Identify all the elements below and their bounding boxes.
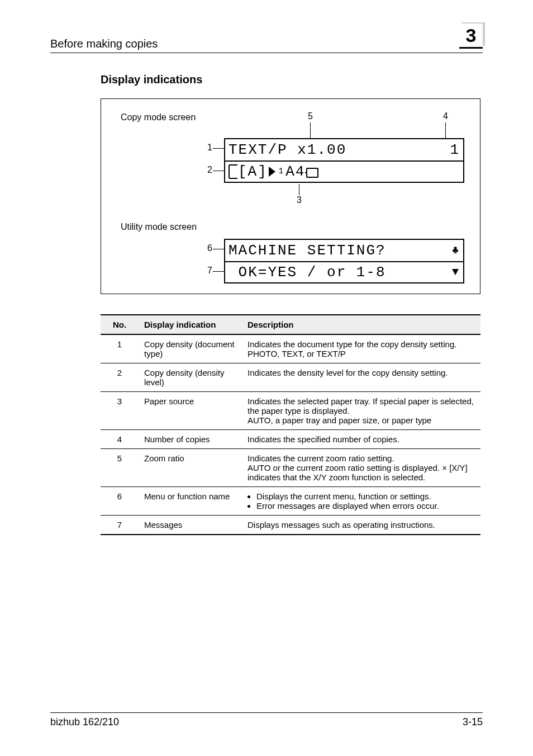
scroll-up-icon: ♣ — [452, 245, 460, 256]
th-no: No. — [101, 315, 139, 334]
callout-2: 2 — [207, 165, 212, 175]
lcd-row7-left: OK=YES / or 1-8 — [229, 264, 386, 281]
cell-indication: Menu or function name — [139, 487, 242, 516]
callout-7: 7 — [207, 266, 212, 276]
lcd-row-7: OK=YES / or 1-8 ▼ — [224, 261, 464, 284]
cell-description: Displays messages such as operating inst… — [242, 516, 480, 535]
cell-no: 7 — [101, 516, 139, 535]
list-item: Displays the current menu, function or s… — [256, 492, 475, 501]
cell-no: 6 — [101, 487, 139, 516]
cell-indication: Number of copies — [139, 430, 242, 449]
cell-indication: Zoom ratio — [139, 449, 242, 487]
cell-description: Indicates the current zoom ratio setting… — [242, 449, 480, 487]
utility-mode-label: Utility mode screen — [121, 222, 197, 232]
lcd-row-1: TEXT/P x1.00 1 — [224, 138, 464, 160]
tray-number: 1 — [279, 167, 284, 176]
footer-page: 3-15 — [463, 716, 483, 728]
table-row: 1 Copy density (document type) Indicates… — [101, 334, 480, 363]
cell-no: 5 — [101, 449, 139, 487]
cell-indication: Paper source — [139, 392, 242, 430]
list-item: Error messages are displayed when errors… — [256, 501, 475, 511]
scroll-down-icon: ▼ — [452, 267, 460, 278]
callout-6: 6 — [207, 243, 212, 253]
th-indication: Display indication — [139, 315, 242, 334]
callout-4: 4 — [443, 111, 448, 121]
cell-description: Displays the current menu, function or s… — [242, 487, 480, 516]
cell-indication: Copy density (density level) — [139, 363, 242, 392]
callout-5: 5 — [308, 111, 313, 121]
lcd-row1-right: 1 — [450, 141, 460, 158]
orientation-icon — [306, 168, 318, 178]
cell-no: 2 — [101, 363, 139, 392]
section-heading: Display indications — [101, 73, 483, 86]
cell-no: 1 — [101, 334, 139, 363]
cell-description: Indicates the density level for the copy… — [242, 363, 480, 392]
cell-indication: Messages — [139, 516, 242, 535]
table-row: 2 Copy density (density level) Indicates… — [101, 363, 480, 392]
display-figure: Copy mode screen Utility mode screen 5 4… — [101, 98, 480, 294]
density-icon — [229, 164, 237, 179]
table-row: 7 Messages Displays messages such as ope… — [101, 516, 480, 535]
table-row: 3 Paper source Indicates the selected pa… — [101, 392, 480, 430]
lcd-row1-left: TEXT/P x1.00 — [229, 141, 346, 158]
th-description: Description — [242, 315, 480, 334]
footer-model: bizhub 162/210 — [50, 716, 119, 728]
paper-size: A4 — [285, 163, 305, 180]
cell-description: Indicates the selected paper tray. If sp… — [242, 392, 480, 430]
lcd-row-6: MACHINE SETTING? ♣ — [224, 239, 464, 261]
copy-mode-label: Copy mode screen — [121, 112, 196, 122]
arrow-right-icon — [269, 167, 275, 177]
table-row: 5 Zoom ratio Indicates the current zoom … — [101, 449, 480, 487]
indications-table: No. Display indication Description 1 Cop… — [101, 314, 480, 535]
density-bracket: [A] — [238, 163, 268, 180]
cell-no: 4 — [101, 430, 139, 449]
chapter-badge: 3 — [455, 22, 483, 50]
breadcrumb: Before making copies — [50, 37, 455, 50]
lcd-row6-left: MACHINE SETTING? — [229, 242, 386, 259]
callout-1: 1 — [207, 143, 212, 153]
cell-indication: Copy density (document type) — [139, 334, 242, 363]
cell-description: Indicates the specified number of copies… — [242, 430, 480, 449]
table-row: 4 Number of copies Indicates the specifi… — [101, 430, 480, 449]
table-row: 6 Menu or function name Displays the cur… — [101, 487, 480, 516]
cell-description: Indicates the document type for the copy… — [242, 334, 480, 363]
callout-3: 3 — [297, 195, 302, 205]
cell-no: 3 — [101, 392, 139, 430]
chapter-number: 3 — [459, 23, 483, 49]
lcd-row-2: [A] 1A4 — [224, 160, 464, 183]
